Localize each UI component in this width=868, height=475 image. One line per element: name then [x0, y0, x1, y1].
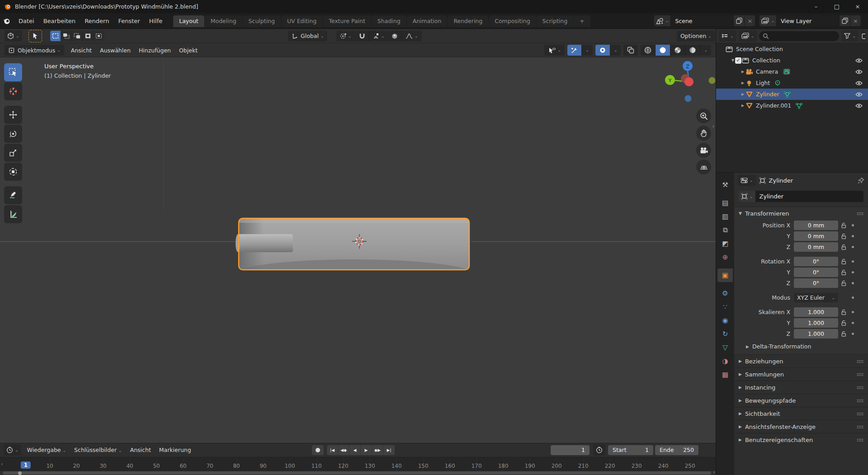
gizmos-toggle[interactable]: [567, 45, 582, 56]
panel-grip[interactable]: [857, 438, 863, 442]
tab-compositing[interactable]: Compositing: [489, 15, 536, 27]
properties-tab-world[interactable]: ⊕: [717, 250, 733, 264]
prev-keyframe-button[interactable]: ◀◆: [338, 445, 349, 455]
hide-in-viewport-eye-icon[interactable]: [855, 103, 863, 108]
tool-annotate[interactable]: [4, 186, 22, 204]
tool-select-box[interactable]: [4, 63, 22, 81]
jump-start-button[interactable]: |◀: [327, 445, 338, 455]
tab-modeling[interactable]: Modeling: [205, 15, 242, 27]
next-keyframe-button[interactable]: ◆▶: [372, 445, 383, 455]
outliner-search-input[interactable]: [759, 31, 839, 41]
properties-tab-output[interactable]: ▥: [717, 210, 733, 223]
section-bewegungspfade[interactable]: ▶Bewegungspfade: [734, 394, 868, 407]
viewport-3d[interactable]: User Perspective (1) Collection | Zylind…: [0, 57, 716, 443]
menu-datei[interactable]: Datei: [14, 16, 39, 26]
play-reverse-button[interactable]: ◀: [349, 445, 361, 455]
panel-grip[interactable]: [857, 412, 863, 415]
properties-tab-texture[interactable]: ▦: [717, 368, 733, 381]
view-layer-remove-button[interactable]: ×: [850, 15, 861, 26]
breadcrumb-object-name[interactable]: Zylinder: [769, 177, 793, 184]
animate-dot[interactable]: [849, 246, 856, 248]
shading-dropdown[interactable]: ⌄: [700, 45, 711, 56]
section-ansichtsfenster-anzeige[interactable]: ▶Ansichtsfenster-Anzeige: [734, 420, 868, 433]
transform-value-field[interactable]: 0 mm: [794, 242, 838, 252]
viewport-menu-hinzufügen[interactable]: Hinzufügen: [135, 45, 175, 56]
ruler-frame-label[interactable]: 250: [685, 463, 695, 469]
tab-scripting[interactable]: Scripting: [537, 15, 574, 27]
ruler-frame-label[interactable]: 110: [311, 463, 322, 469]
tab-uv-editing[interactable]: UV Editing: [281, 15, 322, 27]
ruler-frame-label[interactable]: 230: [632, 463, 642, 469]
lock-icon[interactable]: [838, 259, 849, 265]
blender-menu-icon[interactable]: [3, 17, 10, 25]
outliner-filter-button[interactable]: ⌄: [841, 30, 859, 42]
ruler-frame-label[interactable]: 220: [605, 463, 615, 469]
view-layer-icon[interactable]: ⌄: [760, 15, 777, 26]
frame-start-field[interactable]: Start1: [608, 445, 653, 455]
light-data-icon[interactable]: [774, 80, 781, 86]
mesh-data-icon[interactable]: [784, 91, 791, 98]
expand-arrow[interactable]: ▶: [741, 81, 745, 85]
properties-tab-object-data[interactable]: ▽: [717, 341, 733, 354]
tool-scale[interactable]: [4, 144, 22, 162]
viewport-menu-objekt[interactable]: Objekt: [175, 45, 202, 56]
tool-measure[interactable]: [4, 205, 22, 223]
viewport-menu-auswählen[interactable]: Auswählen: [96, 45, 135, 56]
object-visibility-dropdown[interactable]: ⌄: [544, 45, 565, 56]
hide-in-viewport-eye-icon[interactable]: [855, 70, 863, 74]
pan-button[interactable]: [696, 126, 711, 141]
scene-icon[interactable]: ⌄: [654, 15, 671, 26]
outliner-row-zylinder[interactable]: ▶Zylinder: [716, 89, 868, 100]
gizmo-axis-neg-z[interactable]: [685, 95, 692, 102]
ruler-frame-label[interactable]: 140: [392, 463, 402, 469]
navigation-gizmo[interactable]: Z Y: [663, 60, 716, 105]
ruler-frame-label[interactable]: 150: [418, 463, 429, 469]
ruler-frame-label[interactable]: 40: [126, 463, 133, 469]
active-tool-indicator[interactable]: [28, 30, 42, 42]
ruler-frame-label[interactable]: 80: [233, 463, 240, 469]
animate-dot[interactable]: [849, 311, 856, 313]
pivot-point-dropdown[interactable]: ⌄: [336, 31, 355, 42]
panel-grip[interactable]: [857, 386, 863, 389]
transform-value-field[interactable]: 1.000: [794, 307, 838, 317]
outliner-display-mode-button[interactable]: ⌄: [719, 30, 736, 42]
select-mode-extend[interactable]: [61, 31, 72, 41]
select-mode-set[interactable]: [50, 31, 61, 41]
shading-material-button[interactable]: [670, 45, 685, 56]
tab-animation[interactable]: Animation: [407, 15, 448, 27]
ortho-toggle-button[interactable]: [696, 160, 711, 174]
properties-tab-object[interactable]: ▣: [717, 268, 733, 282]
properties-tab-material[interactable]: ◑: [717, 354, 733, 368]
transform-value-field[interactable]: 0 mm: [794, 231, 838, 241]
collection-checkbox[interactable]: ✓: [735, 57, 741, 64]
outliner-row-light[interactable]: ▶Light: [716, 77, 868, 89]
timeline-menu-schlsselbilder[interactable]: Schlüsselbilder⌄: [70, 445, 126, 455]
lock-icon[interactable]: [838, 331, 849, 337]
scene-name-field[interactable]: Scene: [671, 15, 733, 26]
transform-value-field[interactable]: 1.000: [794, 329, 838, 339]
properties-tab-modifiers[interactable]: ⚙: [717, 287, 733, 300]
animate-dot[interactable]: [849, 271, 856, 273]
view-layer-name-field[interactable]: View Layer: [777, 15, 839, 26]
outliner-filter-mode-button[interactable]: ⌄: [739, 30, 757, 42]
mesh-data-icon[interactable]: [796, 103, 802, 109]
tab-sculpting[interactable]: Sculpting: [243, 15, 281, 27]
overlays-toggle[interactable]: [595, 45, 610, 56]
hide-in-viewport-eye-icon[interactable]: [855, 81, 863, 85]
frame-end-field[interactable]: Ende250: [655, 445, 698, 455]
proportional-falloff-dropdown[interactable]: ⌄: [402, 31, 422, 42]
ruler-frame-label[interactable]: 70: [206, 463, 213, 469]
timeline-ruler[interactable]: › 11020304050607080901001101201301401501…: [0, 457, 716, 471]
shading-solid-button[interactable]: [656, 45, 670, 56]
ruler-frame-label[interactable]: 100: [285, 463, 295, 469]
animate-dot[interactable]: [849, 282, 856, 284]
animate-dot[interactable]: [849, 296, 856, 299]
close-button[interactable]: ×: [847, 0, 868, 13]
section-beziehungen[interactable]: ▶Beziehungen: [734, 354, 868, 367]
ruler-frame-label[interactable]: 120: [338, 463, 349, 469]
expand-arrow[interactable]: ▶: [741, 92, 745, 96]
animate-dot[interactable]: [849, 333, 856, 335]
pin-icon[interactable]: [858, 177, 864, 184]
ruler-frame-label[interactable]: 50: [153, 463, 160, 469]
current-frame-indicator[interactable]: 1: [21, 461, 31, 469]
